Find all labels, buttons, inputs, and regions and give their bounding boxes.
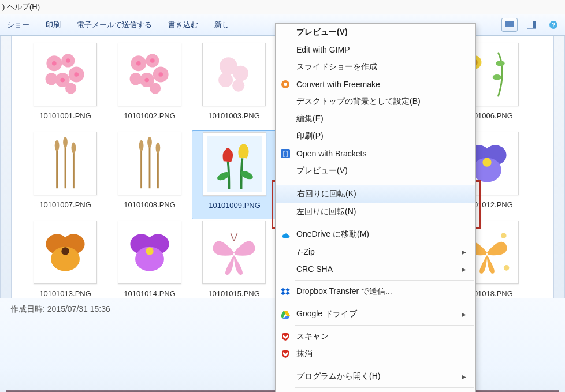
thumbnail-item[interactable]: 10101014.PNG — [107, 219, 192, 298]
submenu-arrow-icon: ▶ — [462, 311, 466, 318]
brackets-icon: [ ] — [280, 148, 291, 159]
thumbnail-label: 10101008.PNG — [107, 200, 192, 209]
scrollbar-right[interactable] — [553, 36, 565, 298]
context-menu-item[interactable]: Edit with GIMP — [276, 41, 475, 58]
svg-point-15 — [65, 83, 76, 94]
menubar: ) ヘルプ(H) — [0, 0, 565, 14]
svg-point-64 — [146, 247, 153, 255]
svg-point-69 — [504, 265, 510, 271]
thumbnail-item[interactable]: 10101007.PNG — [23, 130, 107, 219]
thumbnail-frame — [202, 221, 266, 284]
context-menu-item[interactable]: 編集(E) — [276, 110, 475, 128]
svg-point-32 — [218, 73, 233, 87]
context-menu-item[interactable]: デスクトップの背景として設定(B) — [276, 93, 475, 110]
thumbnail-frame — [118, 132, 181, 195]
svg-rect-7 — [533, 21, 536, 28]
preview-pane-button[interactable] — [523, 18, 540, 32]
svg-marker-74 — [281, 288, 285, 292]
thumbnail-label: 10101015.PNG — [192, 289, 276, 298]
context-menu-label: プレビュー(V) — [296, 166, 348, 176]
context-menu-item[interactable]: 左回りに回転(N) — [276, 203, 475, 221]
thumbnail-frame — [34, 43, 97, 106]
svg-point-19 — [60, 78, 65, 83]
context-menu-item[interactable]: OneDrive に移動(M) — [276, 226, 475, 243]
context-menu-label: OneDrive に移動(M) — [296, 229, 369, 240]
svg-point-71 — [284, 83, 287, 86]
gdrive-icon — [280, 309, 291, 319]
context-menu-label: Open with Brackets — [296, 149, 366, 158]
view-thumbnails-button[interactable] — [501, 18, 518, 32]
thumbnail-item[interactable]: 10101001.PNG — [23, 42, 107, 130]
toolbar-slideshow[interactable]: ショー — [3, 18, 33, 32]
thumbnail-item[interactable]: 10101002.PNG — [107, 42, 192, 130]
thumbnail-art — [206, 47, 262, 102]
svg-text:[ ]: [ ] — [283, 151, 288, 157]
context-menu-label: 抹消 — [296, 349, 313, 359]
context-menu-item[interactable]: 抹消 — [276, 345, 475, 363]
thumbnail-frame — [34, 132, 97, 195]
toolbar-burn[interactable]: 書き込む — [165, 18, 202, 32]
context-menu-item[interactable]: 印刷(P) — [276, 128, 475, 145]
context-menu-item[interactable]: [ ]Open with Brackets — [276, 145, 475, 162]
created-label: 作成日時: — [10, 304, 45, 313]
submenu-arrow-icon: ▶ — [462, 249, 466, 255]
context-menu-label: スキャン — [296, 331, 329, 342]
created-value: 2015/07/31 15:36 — [47, 304, 110, 313]
thumbnail-frame — [118, 43, 181, 106]
thumbnail-item[interactable]: 10101013.PNG — [23, 219, 107, 298]
scrollbar-left[interactable] — [0, 36, 12, 298]
thumbnail-art — [122, 225, 177, 280]
thumbnail-frame — [118, 221, 181, 284]
svg-rect-4 — [508, 24, 511, 27]
toolbar-email[interactable]: 電子メールで送信する — [73, 18, 155, 32]
context-menu-item[interactable]: 7-Zip▶ — [276, 243, 475, 260]
context-menu-label: 左回りに回転(N) — [296, 207, 356, 217]
thumbnail-frame — [34, 221, 97, 284]
context-menu-item[interactable]: スライドショーを作成 — [276, 58, 475, 76]
context-menu-item[interactable]: CRC SHA▶ — [276, 260, 475, 278]
svg-point-47 — [139, 140, 144, 151]
svg-point-43 — [72, 143, 76, 154]
help-button[interactable]: ? — [545, 18, 562, 32]
svg-point-49 — [156, 143, 161, 154]
mcafee-icon — [280, 349, 291, 359]
thumbnail-item[interactable]: 10101003.PNG — [192, 42, 276, 130]
thumbnail-item[interactable]: 10101009.PNG — [192, 130, 277, 219]
context-menu-label: プログラムから開く(H) — [296, 371, 380, 382]
context-menu-item[interactable]: 右回りに回転(K) — [276, 185, 475, 203]
context-menu-label: スライドショーを作成 — [296, 62, 377, 72]
context-menu: プレビュー(V)Edit with GIMPスライドショーを作成Convert … — [275, 23, 476, 392]
thumbnail-art — [122, 136, 177, 191]
context-menu-item[interactable]: プログラムから開く(H)▶ — [276, 368, 475, 385]
context-menu-label: Edit with GIMP — [296, 45, 350, 54]
context-menu-item[interactable]: Dropbox Transfer で送信... — [276, 283, 475, 300]
context-menu-item[interactable]: プレビュー(V) — [276, 24, 475, 41]
context-menu-item[interactable]: スキャン — [276, 328, 475, 345]
context-menu-label: プレビュー(V) — [296, 27, 348, 38]
freemake-icon — [280, 79, 291, 89]
thumbnail-label: 10101013.PNG — [23, 289, 107, 298]
context-menu-label: Convert with Freemake — [296, 80, 380, 89]
thumbnail-item[interactable]: 10101015.PNG — [192, 219, 276, 298]
context-menu-label: 7-Zip — [296, 247, 315, 256]
context-menu-item[interactable]: Google ドライブ▶ — [276, 305, 475, 323]
svg-rect-3 — [505, 24, 508, 27]
toolbar-new[interactable]: 新し — [211, 18, 233, 32]
svg-rect-0 — [505, 21, 508, 24]
thumbnail-item[interactable]: 10101008.PNG — [107, 130, 192, 219]
svg-marker-77 — [285, 292, 290, 295]
svg-text:?: ? — [552, 21, 556, 28]
context-menu-label: 印刷(P) — [296, 131, 324, 141]
svg-rect-50 — [207, 136, 262, 192]
svg-point-26 — [136, 61, 141, 66]
svg-rect-1 — [508, 21, 511, 24]
toolbar-print[interactable]: 印刷 — [42, 18, 64, 32]
svg-point-60 — [61, 247, 69, 255]
context-menu-item[interactable]: プレビュー(V) — [276, 162, 475, 180]
svg-point-33 — [232, 80, 244, 92]
menu-help[interactable]: ) ヘルプ(H) — [2, 2, 40, 11]
context-menu-item[interactable]: Convert with Freemake — [276, 76, 475, 93]
thumbnail-frame — [202, 43, 266, 106]
submenu-arrow-icon: ▶ — [462, 374, 466, 380]
submenu-arrow-icon: ▶ — [462, 266, 466, 272]
